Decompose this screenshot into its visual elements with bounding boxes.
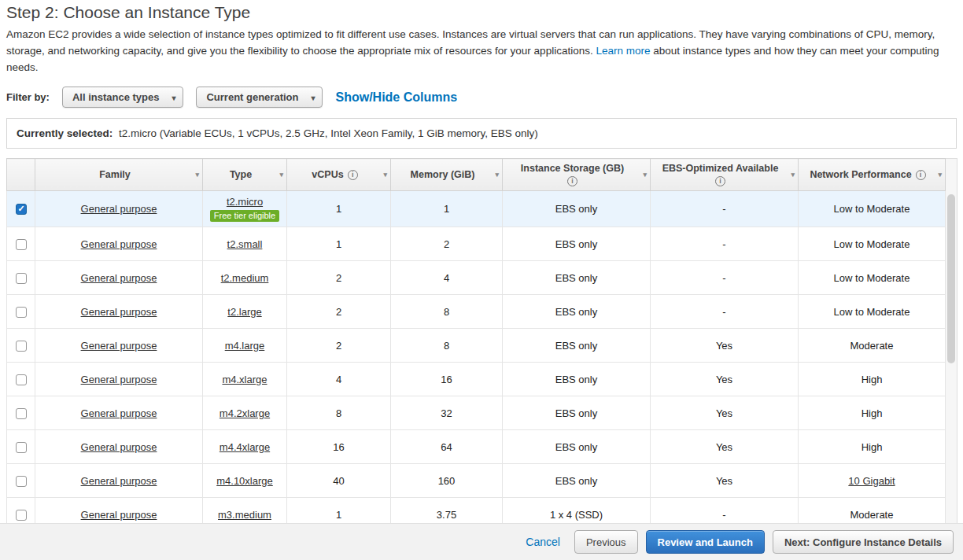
instance-storage-value: EBS only — [555, 306, 597, 318]
sort-caret-icon[interactable]: ▾ — [383, 171, 387, 179]
next-configure-instance-details-button[interactable]: Next: Configure Instance Details — [773, 530, 954, 554]
row-checkbox[interactable] — [16, 374, 27, 385]
vcpus-value: 16 — [333, 441, 344, 453]
column-header-network-performance[interactable]: Network Performancei▾ — [799, 159, 946, 191]
instance-type-filter-dropdown[interactable]: All instance types ▾ — [62, 87, 184, 108]
info-icon[interactable]: i — [916, 170, 926, 180]
type-value[interactable]: m4.4xlarge — [220, 441, 270, 453]
network-performance-value[interactable]: 10 Gigabit — [848, 475, 895, 487]
family-value[interactable]: General purpose — [81, 238, 157, 250]
checkbox-cell — [7, 363, 35, 396]
instance-row-m4.2xlarge[interactable]: General purposem4.2xlarge832EBS onlyYesH… — [7, 396, 946, 430]
vertical-scrollbar[interactable] — [946, 158, 957, 525]
family-value[interactable]: General purpose — [81, 272, 157, 284]
network-performance-value: High — [862, 407, 883, 419]
column-header-type[interactable]: Type▾ — [203, 159, 287, 191]
sort-caret-icon[interactable]: ▾ — [938, 171, 942, 179]
row-checkbox[interactable] — [16, 408, 27, 419]
instance-row-m4.10xlarge[interactable]: General purposem4.10xlarge40160EBS onlyY… — [7, 464, 946, 498]
sort-caret-icon[interactable]: ▾ — [495, 171, 499, 179]
family-value[interactable]: General purpose — [81, 441, 157, 453]
ebs-optimized-value: - — [722, 509, 725, 521]
network-performance-cell: High — [799, 363, 946, 396]
family-cell: General purpose — [35, 363, 203, 396]
vcpus-value: 1 — [336, 509, 341, 521]
row-checkbox[interactable] — [16, 442, 27, 453]
memory-cell: 8 — [391, 295, 503, 329]
sort-caret-icon[interactable]: ▾ — [195, 171, 199, 179]
row-checkbox-checked[interactable] — [16, 204, 27, 215]
vcpus-cell: 8 — [287, 396, 391, 430]
type-value[interactable]: t2.large — [227, 306, 261, 318]
row-checkbox[interactable] — [16, 341, 27, 352]
info-icon[interactable]: i — [715, 176, 725, 186]
info-icon[interactable]: i — [567, 176, 577, 186]
learn-more-link[interactable]: Learn more — [596, 45, 650, 57]
instance-row-t2.medium[interactable]: General purposet2.medium24EBS only-Low t… — [7, 261, 946, 295]
instance-row-t2.micro[interactable]: General purposet2.microFree tier eligibl… — [7, 191, 946, 227]
type-value[interactable]: m3.medium — [218, 509, 271, 521]
column-header-family[interactable]: Family▾ — [35, 159, 203, 191]
sort-caret-icon[interactable]: ▾ — [791, 171, 795, 179]
type-value[interactable]: m4.10xlarge — [216, 475, 273, 487]
instance-storage-value: EBS only — [555, 374, 597, 385]
instance-row-m4.large[interactable]: General purposem4.large28EBS onlyYesMode… — [7, 329, 946, 363]
memory-value: 1 — [444, 203, 449, 215]
memory-cell: 16 — [391, 363, 503, 396]
row-checkbox[interactable] — [16, 307, 27, 318]
type-cell: m4.4xlarge — [203, 430, 287, 464]
type-value[interactable]: m4.large — [225, 340, 265, 352]
instance-row-m4.xlarge[interactable]: General purposem4.xlarge416EBS onlyYesHi… — [7, 363, 946, 396]
ebs-optimized-cell: Yes — [651, 363, 799, 396]
row-checkbox[interactable] — [16, 239, 27, 250]
show-hide-columns-link[interactable]: Show/Hide Columns — [335, 90, 457, 105]
type-cell: m4.2xlarge — [203, 396, 287, 430]
family-cell: General purpose — [35, 396, 203, 430]
column-header-instance-storage-gb-[interactable]: Instance Storage (GB)i▾ — [503, 159, 651, 191]
family-value[interactable]: General purpose — [81, 306, 157, 318]
vcpus-cell: 16 — [287, 430, 391, 464]
previous-button[interactable]: Previous — [574, 530, 638, 554]
family-value[interactable]: General purpose — [81, 509, 157, 521]
checkbox-cell — [7, 498, 35, 526]
type-value[interactable]: m4.2xlarge — [220, 407, 270, 419]
column-header-vcpus[interactable]: vCPUsi▾ — [287, 159, 391, 191]
network-performance-cell: Moderate — [799, 329, 946, 363]
instance-row-m3.medium[interactable]: General purposem3.medium13.751 x 4 (SSD)… — [7, 498, 946, 526]
cancel-button[interactable]: Cancel — [526, 536, 560, 548]
family-value[interactable]: General purpose — [81, 203, 157, 215]
type-value[interactable]: t2.small — [227, 238, 263, 250]
instance-storage-value: EBS only — [555, 441, 597, 453]
family-value[interactable]: General purpose — [81, 340, 157, 352]
type-value[interactable]: m4.xlarge — [222, 374, 267, 385]
column-header-ebs-optimized-available[interactable]: EBS-Optimized Availablei▾ — [651, 159, 799, 191]
instance-row-t2.small[interactable]: General purposet2.small12EBS only-Low to… — [7, 227, 946, 261]
row-checkbox[interactable] — [16, 476, 27, 487]
column-header-label: Network Performance — [810, 169, 911, 180]
memory-cell: 32 — [391, 396, 503, 430]
type-value[interactable]: t2.medium — [221, 272, 269, 284]
scrollbar-thumb[interactable] — [947, 194, 955, 363]
row-checkbox[interactable] — [16, 273, 27, 284]
vcpus-value: 8 — [336, 407, 341, 419]
info-icon[interactable]: i — [348, 170, 358, 180]
memory-value: 64 — [441, 441, 452, 453]
instance-storage-value: EBS only — [555, 203, 597, 215]
family-value[interactable]: General purpose — [81, 475, 157, 487]
instance-storage-cell: EBS only — [503, 329, 651, 363]
sort-caret-icon[interactable]: ▾ — [643, 171, 647, 179]
family-value[interactable]: General purpose — [81, 374, 157, 385]
family-value[interactable]: General purpose — [81, 407, 157, 419]
column-header-memory-gib-[interactable]: Memory (GiB)▾ — [391, 159, 503, 191]
type-value[interactable]: t2.micro — [227, 196, 263, 208]
network-performance-value: Low to Moderate — [834, 306, 910, 318]
instance-row-m4.4xlarge[interactable]: General purposem4.4xlarge1664EBS onlyYes… — [7, 430, 946, 464]
generation-filter-dropdown[interactable]: Current generation ▾ — [196, 87, 323, 108]
page-title: Step 2: Choose an Instance Type — [6, 3, 957, 22]
review-and-launch-button[interactable]: Review and Launch — [646, 530, 765, 554]
row-checkbox[interactable] — [16, 510, 27, 521]
family-cell: General purpose — [35, 329, 203, 363]
sort-caret-icon[interactable]: ▾ — [279, 171, 283, 179]
instance-row-t2.large[interactable]: General purposet2.large28EBS only-Low to… — [7, 295, 946, 329]
network-performance-value: Low to Moderate — [834, 272, 910, 284]
